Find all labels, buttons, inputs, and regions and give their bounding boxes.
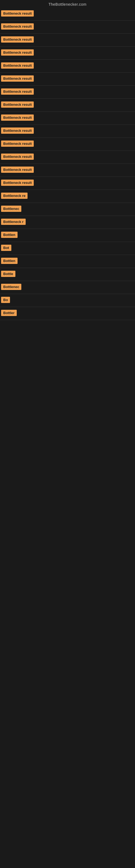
bottleneck-badge[interactable]: Bottlen <box>1 231 17 238</box>
bottleneck-badge[interactable]: Bottleneck result <box>1 36 34 42</box>
bottleneck-badge[interactable]: Bottleneck result <box>1 88 34 95</box>
result-row: Bottleneck r <box>0 216 135 229</box>
result-row: Bottler <box>0 307 135 320</box>
result-row: Bottlen <box>0 255 135 268</box>
result-row: Bottleneck result <box>0 177 135 190</box>
result-row: Bottle <box>0 268 135 281</box>
bottleneck-badge[interactable]: Bottleneck result <box>1 23 34 30</box>
bottleneck-badge[interactable]: Bottleneck result <box>1 127 34 134</box>
result-row: Bot <box>0 242 135 255</box>
bottleneck-badge[interactable]: Bottleneck result <box>1 115 34 121</box>
bottleneck-badge[interactable]: Bottleneck result <box>1 50 34 56</box>
result-row: Bottleneck result <box>0 34 135 46</box>
result-row: Bottleneck result <box>0 73 135 86</box>
bottleneck-badge[interactable]: Bottleneck result <box>1 10 34 17</box>
result-row: Bottlenec <box>0 281 135 294</box>
bottleneck-badge[interactable]: Bottleneck result <box>1 75 34 82</box>
bottleneck-badge[interactable]: Bottlen <box>1 258 17 264</box>
bottleneck-badge[interactable]: Bottlenec <box>1 206 21 212</box>
result-row: Bottleneck result <box>0 151 135 164</box>
bottleneck-badge[interactable]: Bo <box>1 297 10 303</box>
bottleneck-badge[interactable]: Bottleneck result <box>1 166 34 173</box>
bottleneck-badge[interactable]: Bottleneck r <box>1 219 26 225</box>
result-row: Bo <box>0 294 135 307</box>
result-row: Bottleneck result <box>0 99 135 112</box>
result-row: Bottleneck re <box>0 190 135 203</box>
bottleneck-badge[interactable]: Bottler <box>1 310 17 316</box>
bottleneck-badge[interactable]: Bottlenec <box>1 284 21 290</box>
result-row: Bottleneck result <box>0 46 135 60</box>
result-row: Bottleneck result <box>0 60 135 73</box>
result-row: Bottleneck result <box>0 86 135 99</box>
page-container: TheBottlenecker.com Bottleneck resultBot… <box>0 0 135 320</box>
result-row: Bottleneck result <box>0 164 135 177</box>
result-row: Bottleneck result <box>0 125 135 138</box>
bottleneck-badge[interactable]: Bottleneck result <box>1 141 34 147</box>
bottleneck-badge[interactable]: Bottleneck re <box>1 193 28 199</box>
bottleneck-badge[interactable]: Bottle <box>1 271 15 277</box>
result-row: Bottleneck result <box>0 21 135 34</box>
bottleneck-badge[interactable]: Bottleneck result <box>1 101 34 108</box>
bottleneck-badge[interactable]: Bot <box>1 245 11 251</box>
site-title: TheBottlenecker.com <box>0 0 135 8</box>
result-row: Bottleneck result <box>0 138 135 151</box>
bottleneck-badge[interactable]: Bottleneck result <box>1 62 34 69</box>
results-list: Bottleneck resultBottleneck resultBottle… <box>0 8 135 320</box>
bottleneck-badge[interactable]: Bottleneck result <box>1 180 34 186</box>
result-row: Bottleneck result <box>0 8 135 21</box>
result-row: Bottlenec <box>0 203 135 216</box>
result-row: Bottleneck result <box>0 112 135 125</box>
bottleneck-badge[interactable]: Bottleneck result <box>1 154 34 160</box>
result-row: Bottlen <box>0 229 135 242</box>
